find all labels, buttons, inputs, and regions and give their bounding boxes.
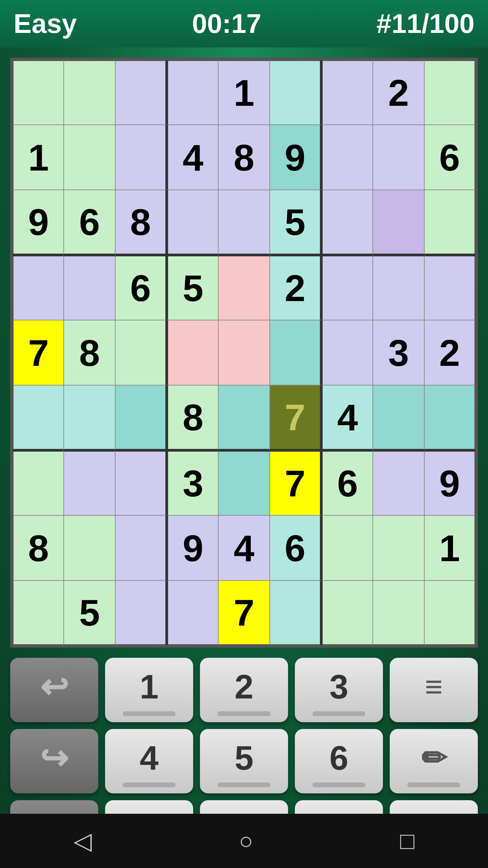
cell-r4-c1[interactable]: 8 xyxy=(64,320,115,385)
cell-r7-c7[interactable] xyxy=(373,515,424,580)
cell-r2-c0[interactable]: 9 xyxy=(12,190,64,255)
cell-r8-c7[interactable] xyxy=(373,580,424,646)
cell-r5-c7[interactable] xyxy=(373,385,424,450)
cell-r8-c3[interactable] xyxy=(167,580,218,646)
num-2-indicator xyxy=(218,711,270,716)
cell-r5-c8[interactable] xyxy=(424,385,476,450)
cell-r0-c7[interactable]: 2 xyxy=(373,60,424,125)
pencil-button[interactable]: ✏ xyxy=(390,729,478,793)
cell-r1-c4[interactable]: 8 xyxy=(218,125,270,190)
cell-r6-c4[interactable] xyxy=(218,450,270,515)
cell-r4-c3[interactable] xyxy=(167,320,218,385)
home-nav-icon[interactable]: ○ xyxy=(239,827,253,854)
num-6-button[interactable]: 6 xyxy=(295,729,383,793)
cell-r7-c5[interactable]: 6 xyxy=(270,515,321,580)
cell-r6-c1[interactable] xyxy=(64,450,115,515)
num-1-label: 1 xyxy=(140,667,159,706)
cell-r1-c6[interactable] xyxy=(321,125,373,190)
cell-r6-c7[interactable] xyxy=(373,450,424,515)
cell-r0-c3[interactable] xyxy=(167,60,218,125)
cell-r0-c5[interactable] xyxy=(270,60,321,125)
cell-r2-c5[interactable]: 5 xyxy=(270,190,321,255)
cell-r0-c1[interactable] xyxy=(64,60,115,125)
cell-r6-c6[interactable]: 6 xyxy=(321,450,373,515)
cell-r2-c8[interactable] xyxy=(424,190,476,255)
cell-r5-c5[interactable]: 7 xyxy=(270,385,321,450)
cell-r1-c0[interactable]: 1 xyxy=(12,125,64,190)
cell-r7-c8[interactable]: 1 xyxy=(424,515,476,580)
cell-r5-c0[interactable] xyxy=(12,385,64,450)
cell-r3-c4[interactable] xyxy=(218,255,270,320)
pencil-icon: ✏ xyxy=(421,740,447,776)
cell-r8-c2[interactable] xyxy=(115,580,167,646)
cell-r6-c3[interactable]: 3 xyxy=(167,450,218,515)
cell-r4-c2[interactable] xyxy=(115,320,167,385)
redo-icon: ↪ xyxy=(40,738,68,778)
cell-r4-c6[interactable] xyxy=(321,320,373,385)
cell-r4-c8[interactable]: 2 xyxy=(424,320,476,385)
cell-r6-c2[interactable] xyxy=(115,450,167,515)
cell-r3-c5[interactable]: 2 xyxy=(270,255,321,320)
cell-r1-c1[interactable] xyxy=(64,125,115,190)
cell-r5-c2[interactable] xyxy=(115,385,167,450)
cell-r1-c7[interactable] xyxy=(373,125,424,190)
num-3-button[interactable]: 3 xyxy=(295,658,383,722)
cell-r3-c0[interactable] xyxy=(12,255,64,320)
cell-r0-c4[interactable]: 1 xyxy=(218,60,270,125)
menu-button[interactable]: ≡ xyxy=(390,658,478,722)
cell-r2-c1[interactable]: 6 xyxy=(64,190,115,255)
cell-r8-c0[interactable] xyxy=(12,580,64,646)
num-1-button[interactable]: 1 xyxy=(105,658,193,722)
cell-r5-c3[interactable]: 8 xyxy=(167,385,218,450)
cell-r7-c3[interactable]: 9 xyxy=(167,515,218,580)
cell-r4-c0[interactable]: 7 xyxy=(12,320,64,385)
cell-r8-c1[interactable]: 5 xyxy=(64,580,115,646)
cell-r8-c4[interactable]: 7 xyxy=(218,580,270,646)
cell-r8-c8[interactable] xyxy=(424,580,476,646)
back-nav-icon[interactable]: ◁ xyxy=(74,827,92,855)
num-2-button[interactable]: 2 xyxy=(200,658,288,722)
cell-r8-c6[interactable] xyxy=(321,580,373,646)
cell-r6-c8[interactable]: 9 xyxy=(424,450,476,515)
cell-r3-c8[interactable] xyxy=(424,255,476,320)
pencil-indicator xyxy=(407,783,460,787)
cell-r0-c6[interactable] xyxy=(321,60,373,125)
num-5-button[interactable]: 5 xyxy=(200,729,288,793)
cell-r7-c2[interactable] xyxy=(115,515,167,580)
cell-r8-c5[interactable] xyxy=(270,580,321,646)
cell-r0-c0[interactable] xyxy=(12,60,64,125)
cell-r6-c5[interactable]: 7 xyxy=(270,450,321,515)
redo-button[interactable]: ↪ xyxy=(10,729,98,793)
cell-r3-c6[interactable] xyxy=(321,255,373,320)
cell-r4-c5[interactable] xyxy=(270,320,321,385)
cell-r1-c2[interactable] xyxy=(115,125,167,190)
cell-r7-c0[interactable]: 8 xyxy=(12,515,64,580)
cell-r2-c2[interactable]: 8 xyxy=(115,190,167,255)
cell-r3-c7[interactable] xyxy=(373,255,424,320)
cell-r1-c3[interactable]: 4 xyxy=(167,125,218,190)
cell-r4-c4[interactable] xyxy=(218,320,270,385)
apps-nav-icon[interactable]: □ xyxy=(400,827,414,854)
cell-r1-c5[interactable]: 9 xyxy=(270,125,321,190)
cell-r6-c0[interactable] xyxy=(12,450,64,515)
num-4-button[interactable]: 4 xyxy=(105,729,193,793)
undo-button[interactable]: ↩ xyxy=(10,658,98,722)
cell-r7-c1[interactable] xyxy=(64,515,115,580)
cell-r2-c7[interactable] xyxy=(373,190,424,255)
cell-r0-c2[interactable] xyxy=(115,60,167,125)
cell-r4-c7[interactable]: 3 xyxy=(373,320,424,385)
cell-r5-c6[interactable]: 4 xyxy=(321,385,373,450)
cell-r2-c6[interactable] xyxy=(321,190,373,255)
cell-r3-c2[interactable]: 6 xyxy=(115,255,167,320)
cell-r1-c8[interactable]: 6 xyxy=(424,125,476,190)
sudoku-grid[interactable]: 12148969685652783287437698946157 xyxy=(10,58,478,648)
cell-r7-c4[interactable]: 4 xyxy=(218,515,270,580)
cell-r5-c1[interactable] xyxy=(64,385,115,450)
cell-r3-c1[interactable] xyxy=(64,255,115,320)
cell-r5-c4[interactable] xyxy=(218,385,270,450)
cell-r2-c4[interactable] xyxy=(218,190,270,255)
cell-r0-c8[interactable] xyxy=(424,60,476,125)
cell-r3-c3[interactable]: 5 xyxy=(167,255,218,320)
cell-r7-c6[interactable] xyxy=(321,515,373,580)
cell-r2-c3[interactable] xyxy=(167,190,218,255)
